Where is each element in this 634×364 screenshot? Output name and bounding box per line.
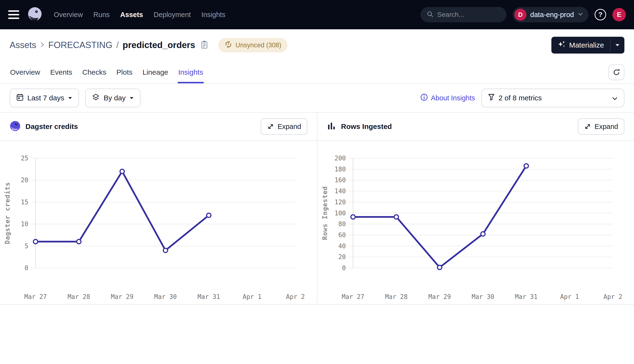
chart-title: Dagster credits — [26, 122, 78, 130]
tab-lineage[interactable]: Lineage — [142, 61, 169, 83]
tab-checks[interactable]: Checks — [82, 61, 107, 83]
nav-link-deployment[interactable]: Deployment — [154, 11, 191, 19]
y-tick-label: 80 — [338, 220, 346, 228]
x-tick-label: Apr 2 — [604, 293, 622, 300]
tab-insights[interactable]: Insights — [178, 61, 204, 83]
y-tick-label: 20 — [21, 176, 28, 184]
x-tick-label: Apr 2 — [286, 293, 305, 300]
breadcrumb-chevron-icon — [40, 41, 44, 49]
y-tick-label: 120 — [334, 198, 346, 206]
materialize-button[interactable]: Materialize — [552, 37, 610, 54]
materialize-split-button: Materialize — [552, 37, 624, 54]
breadcrumb-separator: / — [116, 40, 119, 50]
refresh-button[interactable] — [608, 64, 624, 80]
breadcrumb: Assets FORECASTING / predicted_orders — [10, 38, 288, 52]
x-tick-label: Apr 1 — [560, 293, 579, 300]
search-icon — [427, 11, 434, 18]
status-badge[interactable]: Unsynced (308) — [218, 38, 288, 52]
insights-charts: Dagster credits Expand 0510152025Mar 27M… — [0, 112, 634, 305]
data-point-marker — [438, 265, 442, 270]
about-insights-label: About Insights — [431, 94, 475, 102]
data-point-marker — [481, 232, 485, 236]
time-range-label: Last 7 days — [28, 94, 64, 102]
x-tick-label: Mar 28 — [385, 293, 408, 300]
x-tick-label: Mar 29 — [111, 293, 134, 300]
search-box[interactable]: / — [420, 7, 506, 22]
search-input[interactable] — [437, 11, 524, 18]
menu-icon[interactable] — [8, 10, 19, 19]
about-insights-link[interactable]: About Insights — [420, 94, 475, 103]
refresh-icon — [613, 68, 620, 76]
y-tick-label: 20 — [338, 253, 346, 260]
x-tick-label: Mar 29 — [428, 293, 451, 300]
data-point-marker — [524, 164, 528, 168]
expand-icon — [267, 123, 274, 130]
tab-overview[interactable]: Overview — [10, 61, 40, 83]
status-badge-label: Unsynced (308) — [236, 42, 282, 49]
y-tick-label: 5 — [24, 242, 28, 250]
dagster-credits-icon — [10, 120, 21, 132]
data-line — [353, 166, 526, 268]
user-avatar[interactable]: E — [612, 8, 626, 21]
primary-nav: Overview Runs Assets Deployment Insights — [54, 11, 225, 19]
data-point-marker — [394, 215, 398, 219]
breadcrumb-group-link[interactable]: FORECASTING — [48, 40, 112, 50]
expand-label: Expand — [278, 123, 301, 130]
expand-icon — [584, 123, 591, 130]
deployment-name: data-eng-prod — [530, 11, 574, 19]
group-by-dropdown[interactable]: By day — [85, 88, 140, 107]
caret-down-icon — [615, 44, 620, 46]
chart-card-dagster-credits: Dagster credits Expand 0510152025Mar 27M… — [0, 112, 317, 304]
nav-link-runs[interactable]: Runs — [94, 11, 110, 19]
y-tick-label: 0 — [342, 264, 346, 272]
line-chart-dagster-credits: 0510152025Mar 27Mar 28Mar 29Mar 30Mar 31… — [0, 141, 317, 304]
data-line — [36, 172, 209, 250]
data-point-marker — [351, 215, 355, 219]
x-tick-label: Mar 30 — [472, 293, 494, 300]
x-tick-label: Apr 1 — [243, 293, 262, 300]
x-tick-label: Mar 30 — [154, 293, 177, 300]
y-tick-label: 40 — [338, 242, 346, 250]
y-tick-label: 160 — [334, 176, 346, 184]
dagster-logo-icon[interactable] — [28, 7, 42, 22]
layers-icon — [92, 94, 100, 103]
expand-button[interactable]: Expand — [261, 118, 308, 135]
data-point-marker — [163, 248, 168, 252]
asset-tabs: Overview Events Checks Plots Lineage Ins… — [0, 61, 634, 84]
chart-title: Rows Ingested — [341, 122, 392, 130]
deployment-badge: D — [514, 9, 526, 21]
x-tick-label: Mar 27 — [24, 293, 47, 300]
chevron-down-icon — [578, 12, 583, 17]
data-point-marker — [206, 213, 211, 218]
asset-header: Assets FORECASTING / predicted_orders — [0, 29, 634, 61]
bar-chart-icon — [327, 121, 336, 132]
x-tick-label: Mar 28 — [68, 293, 90, 300]
y-axis-title: Dagster credits — [4, 182, 11, 244]
tab-plots[interactable]: Plots — [116, 61, 133, 83]
y-tick-label: 60 — [338, 232, 346, 239]
nav-link-overview[interactable]: Overview — [54, 11, 83, 19]
help-icon[interactable]: ? — [594, 9, 606, 20]
metrics-dropdown[interactable]: 2 of 8 metrics — [481, 88, 624, 107]
sparkles-icon — [558, 40, 566, 50]
deployment-switcher[interactable]: D data-eng-prod — [513, 7, 588, 22]
tab-events[interactable]: Events — [50, 61, 73, 83]
copy-icon[interactable] — [200, 40, 208, 50]
page-title: predicted_orders — [123, 40, 195, 50]
sync-alert-icon — [224, 40, 232, 50]
expand-button[interactable]: Expand — [578, 118, 624, 135]
top-nav: Overview Runs Assets Deployment Insights… — [0, 0, 634, 29]
data-point-marker — [120, 169, 124, 174]
nav-link-insights[interactable]: Insights — [201, 11, 225, 19]
materialize-dropdown-button[interactable] — [610, 37, 624, 54]
x-tick-label: Mar 27 — [342, 293, 364, 300]
breadcrumb-assets-link[interactable]: Assets — [10, 40, 36, 50]
metrics-label: 2 of 8 metrics — [498, 94, 542, 102]
nav-link-assets[interactable]: Assets — [120, 11, 143, 19]
y-tick-label: 10 — [21, 220, 28, 228]
y-tick-label: 15 — [21, 198, 28, 206]
chevron-down-icon — [612, 94, 618, 102]
chart-card-rows-ingested: Rows Ingested Expand 0204060801001201401… — [317, 112, 634, 304]
time-range-dropdown[interactable]: Last 7 days — [10, 88, 79, 107]
y-tick-label: 25 — [21, 155, 28, 162]
